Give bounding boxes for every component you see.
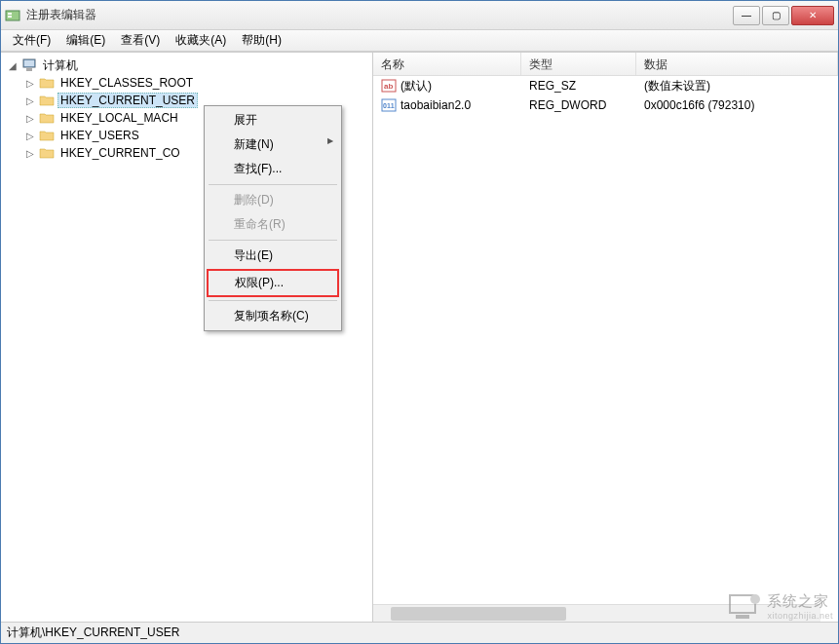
tree-label: HKEY_CURRENT_USER [57, 93, 198, 108]
cell-type: REG_DWORD [521, 96, 636, 114]
ctx-permissions[interactable]: 权限(P)... [210, 272, 336, 294]
content-area: ◢ 计算机 ▷ HKEY_CLASSES_ROOT ▷ HKEY_CURRENT… [1, 52, 838, 622]
ctx-export[interactable]: 导出(E) [207, 244, 339, 268]
separator [209, 240, 337, 241]
maximize-button[interactable]: ▢ [762, 6, 789, 25]
svg-rect-1 [8, 13, 12, 15]
tree-root-label: 计算机 [40, 57, 81, 75]
folder-icon [39, 146, 55, 160]
expand-icon[interactable]: ▷ [24, 131, 36, 141]
col-type[interactable]: 类型 [521, 53, 636, 75]
expand-icon[interactable]: ▷ [24, 78, 36, 89]
folder-icon [39, 111, 55, 125]
folder-icon [39, 94, 55, 107]
ctx-find[interactable]: 查找(F)... [207, 157, 339, 181]
tree-root[interactable]: ◢ 计算机 [3, 57, 370, 74]
list-row[interactable]: 011 taobaibian2.0 REG_DWORD 0x000c16f6 (… [373, 95, 838, 115]
computer-icon [21, 58, 37, 72]
cell-data: (数值未设置) [636, 76, 838, 96]
svg-rect-11 [736, 615, 749, 619]
titlebar[interactable]: 注册表编辑器 — ▢ ✕ [1, 1, 838, 30]
tree-label: HKEY_CURRENT_CO [57, 145, 183, 161]
svg-rect-5 [26, 68, 32, 71]
context-menu: 展开 新建(N) 查找(F)... 删除(D) 重命名(R) 导出(E) 权限(… [204, 105, 342, 331]
expand-icon[interactable]: ▷ [24, 148, 36, 159]
tree-label: HKEY_CLASSES_ROOT [57, 75, 196, 91]
list-panel: 名称 类型 数据 ab (默认) REG_SZ (数值未设置) 011 taob… [373, 53, 838, 622]
statusbar: 计算机\HKEY_CURRENT_USER [1, 622, 838, 643]
watermark-subtitle: xitongzhijia.net [767, 611, 833, 621]
watermark-icon [728, 591, 761, 621]
menubar: 文件(F) 编辑(E) 查看(V) 收藏夹(A) 帮助(H) [1, 30, 838, 52]
svg-point-12 [750, 594, 760, 604]
scrollbar-thumb[interactable] [391, 607, 566, 621]
expand-icon[interactable]: ▷ [24, 95, 36, 106]
value-name: taobaibian2.0 [400, 98, 471, 112]
window-title: 注册表编辑器 [26, 7, 733, 23]
ctx-expand[interactable]: 展开 [207, 108, 339, 133]
folder-icon [39, 76, 55, 90]
value-name: (默认) [400, 78, 432, 95]
cell-data: 0x000c16f6 (792310) [636, 96, 838, 114]
ctx-rename: 重命名(R) [207, 212, 339, 237]
svg-text:011: 011 [383, 102, 395, 109]
svg-rect-4 [24, 60, 34, 66]
reg-string-icon: ab [381, 78, 397, 94]
status-path: 计算机\HKEY_CURRENT_USER [7, 625, 179, 641]
watermark: 系统之家 xitongzhijia.net [728, 591, 833, 621]
separator [209, 300, 337, 301]
close-button[interactable]: ✕ [791, 6, 834, 25]
folder-icon [39, 129, 55, 142]
menu-edit[interactable]: 编辑(E) [58, 30, 113, 51]
menu-view[interactable]: 查看(V) [113, 30, 168, 51]
ctx-new[interactable]: 新建(N) [207, 133, 339, 157]
svg-rect-2 [8, 16, 12, 18]
cell-name: ab (默认) [373, 76, 521, 96]
list-body[interactable]: ab (默认) REG_SZ (数值未设置) 011 taobaibian2.0… [373, 76, 838, 622]
highlight-box: 权限(P)... [207, 269, 339, 297]
col-name[interactable]: 名称 [373, 53, 521, 75]
tree-hkcr[interactable]: ▷ HKEY_CLASSES_ROOT [20, 74, 370, 92]
regedit-icon [5, 8, 20, 23]
window-frame: 注册表编辑器 — ▢ ✕ 文件(F) 编辑(E) 查看(V) 收藏夹(A) 帮助… [0, 0, 839, 644]
minimize-button[interactable]: — [733, 6, 760, 25]
menu-file[interactable]: 文件(F) [5, 30, 58, 51]
svg-text:ab: ab [384, 82, 393, 91]
menu-favorites[interactable]: 收藏夹(A) [168, 30, 234, 51]
reg-dword-icon: 011 [381, 97, 397, 113]
ctx-delete: 删除(D) [207, 188, 339, 212]
expand-icon[interactable]: ▷ [24, 113, 36, 124]
cell-name: 011 taobaibian2.0 [373, 95, 521, 115]
window-controls: — ▢ ✕ [733, 6, 834, 25]
cell-type: REG_SZ [521, 77, 636, 95]
ctx-copy-key-name[interactable]: 复制项名称(C) [207, 304, 339, 328]
list-row[interactable]: ab (默认) REG_SZ (数值未设置) [373, 76, 838, 95]
list-header: 名称 类型 数据 [373, 53, 838, 76]
watermark-text-block: 系统之家 xitongzhijia.net [767, 592, 833, 621]
watermark-title: 系统之家 [767, 592, 833, 611]
tree-label: HKEY_USERS [57, 128, 142, 143]
menu-help[interactable]: 帮助(H) [234, 30, 289, 51]
tree-label: HKEY_LOCAL_MACH [57, 110, 181, 126]
collapse-icon[interactable]: ◢ [7, 60, 19, 71]
col-data[interactable]: 数据 [636, 53, 838, 75]
separator [209, 184, 337, 185]
